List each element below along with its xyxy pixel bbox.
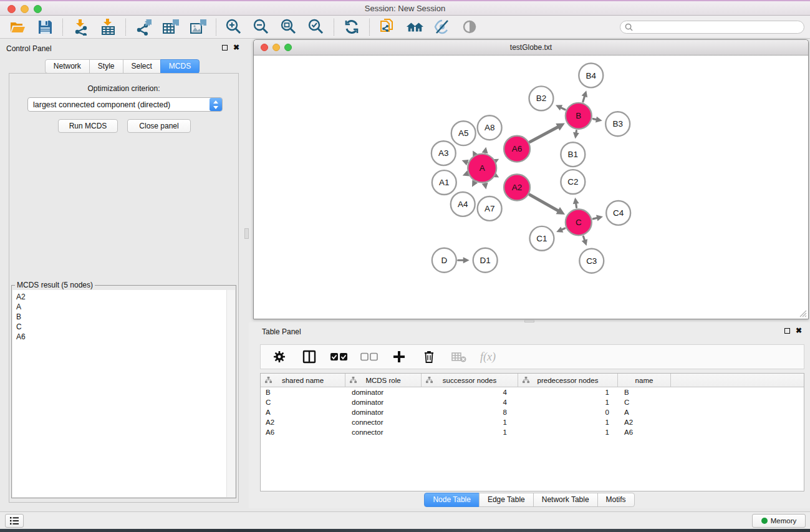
- graph-edge-C-C1[interactable]: [556, 226, 565, 232]
- network-window-titlebar[interactable]: testGlobe.txt: [254, 40, 808, 56]
- import-table-icon[interactable]: [99, 18, 117, 36]
- save-session-icon[interactable]: [36, 18, 54, 36]
- graph-node-B1[interactable]: B1: [561, 142, 585, 167]
- graph-node-C3[interactable]: C3: [579, 249, 604, 273]
- graph-edge-B-B1[interactable]: [573, 131, 579, 139]
- tab-motifs[interactable]: Motifs: [597, 493, 635, 507]
- graph-node-B[interactable]: B: [566, 103, 592, 129]
- select-all-icon[interactable]: [330, 348, 348, 365]
- close-panel-button[interactable]: Close panel: [127, 119, 191, 133]
- graph-edge-C-C4[interactable]: [593, 215, 603, 221]
- vertical-splitter-handle[interactable]: [244, 228, 249, 239]
- zoom-in-icon[interactable]: [225, 18, 243, 36]
- tab-node-table[interactable]: Node Table: [424, 493, 480, 507]
- graph-node-A1[interactable]: A1: [432, 170, 456, 195]
- tab-select[interactable]: Select: [123, 59, 161, 74]
- graph-node-D[interactable]: D: [432, 248, 456, 273]
- mcds-result-item[interactable]: B: [16, 312, 235, 322]
- table-row[interactable]: A2connector11A2: [261, 417, 804, 427]
- close-panel-icon[interactable]: ✖: [233, 44, 239, 51]
- column-header-successor-nodes[interactable]: successor nodes: [422, 374, 518, 387]
- graph-node-A7[interactable]: A7: [478, 196, 502, 221]
- float-table-panel-icon[interactable]: [784, 328, 790, 334]
- tab-network[interactable]: Network: [45, 59, 90, 74]
- mcds-result-item[interactable]: A: [16, 302, 235, 312]
- table-row[interactable]: Bdominator41B: [261, 387, 804, 397]
- graph-edge-C-C3[interactable]: [582, 236, 587, 246]
- graph-node-B3[interactable]: B3: [605, 112, 630, 136]
- export-network-icon[interactable]: [135, 18, 152, 36]
- zoom-out-icon[interactable]: [253, 18, 270, 36]
- tab-edge-table[interactable]: Edge Table: [479, 493, 534, 507]
- mcds-result-list[interactable]: A2ABCA6: [12, 290, 235, 497]
- delete-row-icon[interactable]: [420, 348, 438, 365]
- graph-node-A5[interactable]: A5: [451, 121, 476, 145]
- graph-edge-B-B4[interactable]: [582, 90, 587, 102]
- column-header-name[interactable]: name: [618, 374, 671, 387]
- graph-node-A6[interactable]: A6: [504, 136, 530, 162]
- task-history-button[interactable]: [5, 514, 24, 528]
- function-builder-icon[interactable]: f(x): [480, 351, 496, 364]
- mcds-result-item[interactable]: A2: [16, 292, 235, 302]
- graph-node-A3[interactable]: A3: [432, 141, 456, 165]
- column-header-shared-name[interactable]: shared name: [261, 374, 345, 387]
- neighbors-icon[interactable]: [406, 18, 423, 36]
- export-image-icon[interactable]: [190, 18, 207, 36]
- close-table-panel-icon[interactable]: ✖: [796, 327, 802, 334]
- search-input[interactable]: [635, 22, 804, 32]
- column-header-MCDS-role[interactable]: MCDS role: [345, 374, 422, 387]
- import-network-icon[interactable]: [72, 18, 89, 36]
- graph-edge-C-C2[interactable]: [573, 198, 579, 208]
- tab-style[interactable]: Style: [89, 59, 123, 74]
- zoom-selected-icon[interactable]: [307, 18, 325, 36]
- refresh-icon[interactable]: [343, 18, 360, 36]
- graph-node-A[interactable]: A: [468, 154, 496, 183]
- hide-details-icon[interactable]: [433, 18, 451, 36]
- delete-table-icon[interactable]: [450, 348, 468, 365]
- search-box[interactable]: [620, 21, 804, 34]
- graph-node-C1[interactable]: C1: [529, 226, 554, 251]
- tab-mcds[interactable]: MCDS: [160, 59, 200, 74]
- graph-edge-D-D1[interactable]: [458, 257, 470, 263]
- graph-node-A8[interactable]: A8: [478, 115, 502, 140]
- criterion-dropdown[interactable]: largest connected component (directed): [27, 97, 223, 112]
- float-panel-icon[interactable]: [222, 45, 228, 51]
- eye-icon[interactable]: [461, 18, 478, 36]
- graph-edge-A6-B[interactable]: [530, 123, 565, 142]
- graph-edge-A-A8[interactable]: [482, 147, 488, 154]
- graph-node-B4[interactable]: B4: [579, 63, 603, 87]
- graph-node-D1[interactable]: D1: [473, 248, 498, 273]
- graph-node-A4[interactable]: A4: [451, 192, 475, 216]
- graph-node-C2[interactable]: C2: [561, 170, 585, 194]
- deselect-all-icon[interactable]: [360, 348, 378, 365]
- graph-node-A2[interactable]: A2: [504, 175, 530, 201]
- graph-edge-A2-C[interactable]: [530, 195, 565, 215]
- mcds-result-item[interactable]: A6: [16, 332, 235, 342]
- graph-node-C4[interactable]: C4: [606, 201, 630, 225]
- mcds-result-item[interactable]: C: [16, 322, 235, 332]
- memory-button[interactable]: Memory: [752, 514, 806, 528]
- network-view-window[interactable]: testGlobe.txt B4B2BB3A8A5A6A3B1AA1C2A2A4…: [253, 39, 809, 319]
- network-graph-canvas[interactable]: B4B2BB3A8A5A6A3B1AA1C2A2A4A7C4CC1C3DD1: [254, 56, 808, 319]
- zoom-fit-icon[interactable]: [280, 18, 297, 36]
- graph-edge-A-A7[interactable]: [482, 183, 488, 190]
- graph-node-B2[interactable]: B2: [529, 86, 553, 110]
- resize-grip-icon[interactable]: [799, 310, 807, 317]
- graph-edge-B-B3[interactable]: [593, 117, 602, 123]
- graph-edge-B-B2[interactable]: [556, 105, 565, 110]
- columns-icon[interactable]: [301, 348, 318, 365]
- graph-node-C[interactable]: C: [566, 209, 592, 235]
- open-session-icon[interactable]: [9, 18, 26, 36]
- table-row[interactable]: Adominator80A: [261, 407, 804, 417]
- settings-icon[interactable]: [271, 348, 288, 365]
- add-row-icon[interactable]: [390, 348, 408, 365]
- copy-network-icon[interactable]: [378, 18, 396, 36]
- table-row[interactable]: A6connector11A6: [261, 427, 804, 437]
- scrollbar-track[interactable]: [226, 290, 235, 497]
- node-table[interactable]: shared nameMCDS rolesuccessor nodesprede…: [260, 373, 804, 491]
- run-mcds-button[interactable]: Run MCDS: [58, 119, 118, 133]
- column-header-predecessor-nodes[interactable]: predecessor nodes: [518, 374, 618, 387]
- table-row[interactable]: Cdominator41C: [261, 397, 804, 407]
- export-table-icon[interactable]: [162, 18, 180, 36]
- tab-network-table[interactable]: Network Table: [533, 493, 598, 507]
